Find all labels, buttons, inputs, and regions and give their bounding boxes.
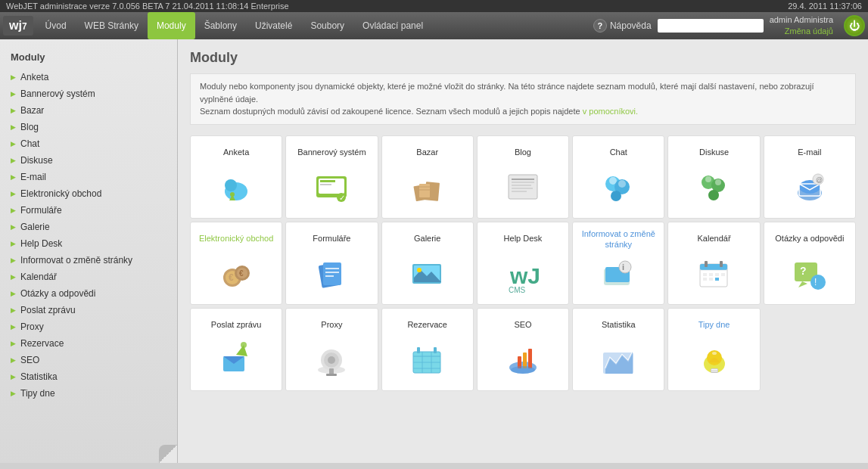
svg-rect-58 <box>700 264 727 270</box>
sidebar-item-rezervace[interactable]: Rezervace <box>0 335 177 352</box>
module-email[interactable]: E-mail @ <box>764 135 856 219</box>
svg-rect-82 <box>326 374 337 376</box>
module-icon-otazky: ? ! <box>790 254 829 294</box>
power-button[interactable]: ⏻ <box>844 15 865 36</box>
nav-moduly[interactable]: Moduly <box>148 12 195 39</box>
sidebar-item-email[interactable]: E-mail <box>0 169 177 185</box>
module-informovat[interactable]: Informovat o změně stránky i <box>572 222 664 305</box>
topbar-right: 29.4. 2011 11:37:06 <box>788 2 862 11</box>
module-icon-email: @ <box>790 168 829 207</box>
svg-rect-94 <box>528 349 532 368</box>
module-label-statistika: Statistika <box>602 315 636 336</box>
module-blog[interactable]: Blog <box>477 135 569 219</box>
sidebar-heading: Moduly <box>0 47 177 69</box>
module-galerie[interactable]: Galerie <box>381 222 474 305</box>
svg-text:!: ! <box>814 277 817 287</box>
sidebar-item-kalendar[interactable]: Kalendář <box>0 269 177 285</box>
svg-rect-62 <box>703 273 707 276</box>
logo-text: wj7 <box>9 19 27 32</box>
help-icon[interactable]: ? <box>593 19 607 33</box>
module-icon-banner: ✓ <box>312 168 351 207</box>
module-tipy[interactable]: Tipy dne <box>667 308 760 391</box>
nav-help: ? Nápověda <box>587 19 658 33</box>
nav-uvod[interactable]: Úvod <box>36 12 76 39</box>
sidebar-item-eshop[interactable]: Elektronický obchod <box>0 185 177 202</box>
module-label-rezervace: Rezervace <box>407 315 447 336</box>
intro-box: Moduly nebo komponenty jsou dynamické ob… <box>190 73 856 125</box>
svg-rect-61 <box>720 261 723 267</box>
module-icon-kalendar <box>695 254 734 294</box>
svg-rect-93 <box>523 353 527 368</box>
intro-link[interactable]: v pomocníkovi. <box>583 107 638 116</box>
svg-rect-89 <box>417 347 420 353</box>
svg-point-27 <box>705 176 711 182</box>
svg-rect-101 <box>711 371 717 371</box>
module-banner[interactable]: Bannerový systém ✓ <box>285 135 378 219</box>
search-input[interactable] <box>658 19 764 33</box>
nav-sablony[interactable]: Šablony <box>195 12 246 39</box>
nav-ovladaci[interactable]: Ovládací panel <box>353 12 432 39</box>
svg-rect-64 <box>715 273 719 276</box>
module-icon-statistika <box>599 340 638 380</box>
module-diskuse[interactable]: Diskuse <box>667 135 760 219</box>
nav-webstranky[interactable]: WEB Stránky <box>76 12 148 39</box>
sidebar-item-statistika[interactable]: Statistika <box>0 368 177 385</box>
module-chat[interactable]: Chat <box>572 135 664 219</box>
sidebar-item-proxy[interactable]: Proxy <box>0 318 177 335</box>
svg-point-1 <box>225 179 237 191</box>
module-icon-galerie <box>408 254 447 294</box>
svg-rect-43 <box>323 262 341 285</box>
sidebar-curl <box>159 445 177 463</box>
sidebar-item-bazar[interactable]: Bazar <box>0 102 177 119</box>
module-statistika[interactable]: Statistika <box>572 308 664 391</box>
svg-point-3 <box>230 192 235 197</box>
module-seo[interactable]: SEO <box>477 308 569 391</box>
nav-uzivatele[interactable]: Uživatelé <box>246 12 301 39</box>
module-bazar[interactable]: Bazar <box>381 135 474 219</box>
content-area: Moduly Moduly nebo komponenty jsou dynam… <box>178 39 868 463</box>
svg-rect-100 <box>711 369 717 370</box>
logo[interactable]: wj7 <box>3 16 33 36</box>
sidebar-item-blog[interactable]: Blog <box>0 119 177 135</box>
sidebar-item-informovat[interactable]: Informovat o změně stránky <box>0 252 177 269</box>
sidebar-item-formulare[interactable]: Formuláře <box>0 202 177 219</box>
nav-soubory[interactable]: Soubory <box>301 12 353 39</box>
module-proxy[interactable]: Proxy <box>285 308 378 391</box>
module-label-email: E-mail <box>798 142 821 163</box>
module-kalendar[interactable]: Kalendář <box>667 222 760 305</box>
module-anketa[interactable]: Anketa <box>190 135 282 219</box>
user-action[interactable]: Změna údajů <box>770 26 833 37</box>
help-label[interactable]: Nápověda <box>610 20 652 31</box>
module-label-informovat: Informovat o změně stránky <box>576 228 661 250</box>
sidebar-item-seo[interactable]: SEO <box>0 352 177 368</box>
sidebar-item-helpdesk[interactable]: Help Desk <box>0 235 177 252</box>
module-icon-informovat: i <box>599 254 638 294</box>
sidebar-item-banner[interactable]: Bannerový systém <box>0 85 177 102</box>
sidebar-item-galerie[interactable]: Galerie <box>0 219 177 235</box>
svg-text:?: ? <box>800 265 807 277</box>
sidebar-item-anketa[interactable]: Anketa <box>0 69 177 85</box>
module-poslat[interactable]: Poslat zprávu <box>190 308 282 391</box>
module-icon-chat <box>599 168 638 207</box>
module-otazky[interactable]: Otázky a odpovědi ? ! <box>764 222 856 305</box>
sidebar-item-tipy[interactable]: Tipy dne <box>0 385 177 402</box>
svg-point-55 <box>619 261 631 273</box>
module-icon-eshop: € € <box>216 254 256 294</box>
svg-point-29 <box>715 179 721 185</box>
module-rezervace[interactable]: Rezervace <box>381 308 474 391</box>
sidebar-item-chat[interactable]: Chat <box>0 135 177 152</box>
module-eshop[interactable]: Elektronický obchod € € <box>190 222 282 305</box>
module-label-otazky: Otázky a odpovědi <box>775 228 844 250</box>
module-helpdesk[interactable]: Help Desk wJ CMS <box>477 222 569 305</box>
module-icon-poslat <box>216 340 256 380</box>
module-label-helpdesk: Help Desk <box>504 228 543 250</box>
sidebar-item-diskuse[interactable]: Diskuse <box>0 152 177 169</box>
svg-point-30 <box>708 190 719 200</box>
sidebar-item-otazky[interactable]: Otázky a odpovědi <box>0 285 177 302</box>
module-label-banner: Bannerový systém <box>297 142 366 163</box>
module-icon-diskuse <box>695 168 734 207</box>
module-label-formulare: Formuláře <box>313 228 350 250</box>
module-formulare[interactable]: Formuláře <box>285 222 378 305</box>
topbar-left: WebJET administrace verze 7.0.056 BETA 7… <box>6 2 289 11</box>
sidebar-item-poslat[interactable]: Poslat zprávu <box>0 302 177 318</box>
